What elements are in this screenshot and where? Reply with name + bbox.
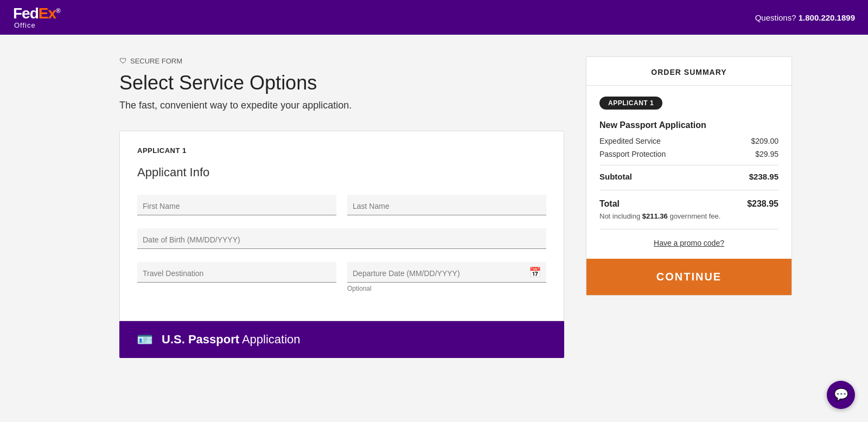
total-label: Total bbox=[599, 199, 620, 209]
travel-row: 📅 Optional bbox=[137, 262, 546, 292]
expedited-service-label: Expedited Service bbox=[599, 137, 661, 145]
left-content: 🛡 SECURE FORM Select Service Options The… bbox=[119, 56, 564, 358]
dob-input[interactable] bbox=[137, 228, 546, 249]
applicant-section-label: APPLICANT 1 bbox=[137, 146, 546, 155]
fedex-logo[interactable]: FedEx® Office bbox=[13, 6, 60, 29]
subtotal-label: Subtotal bbox=[599, 172, 632, 181]
applicant-section: APPLICANT 1 Applicant Info bbox=[119, 131, 564, 321]
first-name-input[interactable] bbox=[137, 195, 336, 215]
logo-ex: Ex bbox=[39, 5, 56, 22]
order-total-section: Total $238.95 Not including $211.36 gove… bbox=[599, 190, 778, 220]
chat-icon: 💬 bbox=[834, 388, 848, 402]
promo-link-section: Have a promo code? bbox=[599, 229, 778, 248]
passport-protection-value: $29.95 bbox=[755, 150, 778, 158]
shield-icon: 🛡 bbox=[119, 56, 127, 65]
passport-banner: 🪪 U.S. Passport Application bbox=[119, 321, 564, 358]
travel-destination-input[interactable] bbox=[137, 262, 336, 283]
travel-destination-field bbox=[137, 262, 336, 292]
order-section-title: New Passport Application bbox=[599, 120, 778, 130]
logo-fed: Fed bbox=[13, 5, 39, 22]
logo-office: Office bbox=[14, 21, 36, 29]
promo-link[interactable]: Have a promo code? bbox=[654, 239, 724, 247]
dob-row bbox=[137, 228, 546, 249]
secure-form-text: SECURE FORM bbox=[130, 57, 182, 65]
contact-label: Questions? bbox=[755, 13, 796, 22]
order-line-expedited: Expedited Service $209.00 bbox=[599, 137, 778, 145]
passport-banner-bold: U.S. Passport bbox=[162, 333, 239, 346]
last-name-field bbox=[347, 195, 546, 215]
applicant-info-title: Applicant Info bbox=[137, 165, 546, 180]
expedited-service-value: $209.00 bbox=[751, 137, 778, 145]
gov-fee-suffix: government fee. bbox=[669, 212, 720, 220]
gov-fee-text: Not including bbox=[599, 212, 640, 220]
total-value: $238.95 bbox=[747, 199, 778, 209]
gov-fee-note: Not including $211.36 government fee. bbox=[599, 212, 778, 220]
page-title: Select Service Options bbox=[119, 72, 564, 94]
order-subtotal-row: Subtotal $238.95 bbox=[599, 165, 778, 181]
departure-optional-label: Optional bbox=[347, 285, 546, 292]
passport-icon: 🪪 bbox=[137, 332, 153, 347]
continue-button[interactable]: CONTINUE bbox=[586, 259, 792, 295]
header-contact: Questions? 1.800.220.1899 bbox=[755, 13, 855, 22]
order-total-row: Total $238.95 bbox=[599, 199, 778, 209]
first-name-field bbox=[137, 195, 336, 215]
page-subtitle: The fast, convenient way to expedite you… bbox=[119, 100, 564, 111]
header: FedEx® Office Questions? 1.800.220.1899 bbox=[0, 0, 868, 35]
order-summary-title: ORDER SUMMARY bbox=[586, 57, 792, 86]
passport-banner-normal: Application bbox=[239, 333, 301, 346]
departure-date-input[interactable] bbox=[347, 262, 546, 283]
order-summary-body: APPLICANT 1 New Passport Application Exp… bbox=[586, 86, 792, 259]
name-row bbox=[137, 195, 546, 215]
contact-phone: 1.800.220.1899 bbox=[799, 13, 855, 22]
applicant-badge: APPLICANT 1 bbox=[599, 97, 662, 110]
passport-protection-label: Passport Protection bbox=[599, 150, 666, 158]
last-name-input[interactable] bbox=[347, 195, 546, 215]
order-summary-panel: ORDER SUMMARY APPLICANT 1 New Passport A… bbox=[586, 56, 792, 296]
secure-form-label: 🛡 SECURE FORM bbox=[119, 56, 564, 65]
chat-button[interactable]: 💬 bbox=[827, 381, 855, 409]
departure-date-field: 📅 Optional bbox=[347, 262, 546, 292]
logo-registered: ® bbox=[56, 7, 60, 14]
departure-wrapper: 📅 bbox=[347, 262, 546, 283]
dob-field bbox=[137, 228, 546, 249]
order-line-protection: Passport Protection $29.95 bbox=[599, 150, 778, 158]
passport-banner-text: U.S. Passport Application bbox=[162, 333, 301, 347]
subtotal-value: $238.95 bbox=[749, 172, 778, 181]
gov-fee-amount: $211.36 bbox=[642, 212, 668, 220]
main-container: 🛡 SECURE FORM Select Service Options The… bbox=[54, 35, 814, 380]
